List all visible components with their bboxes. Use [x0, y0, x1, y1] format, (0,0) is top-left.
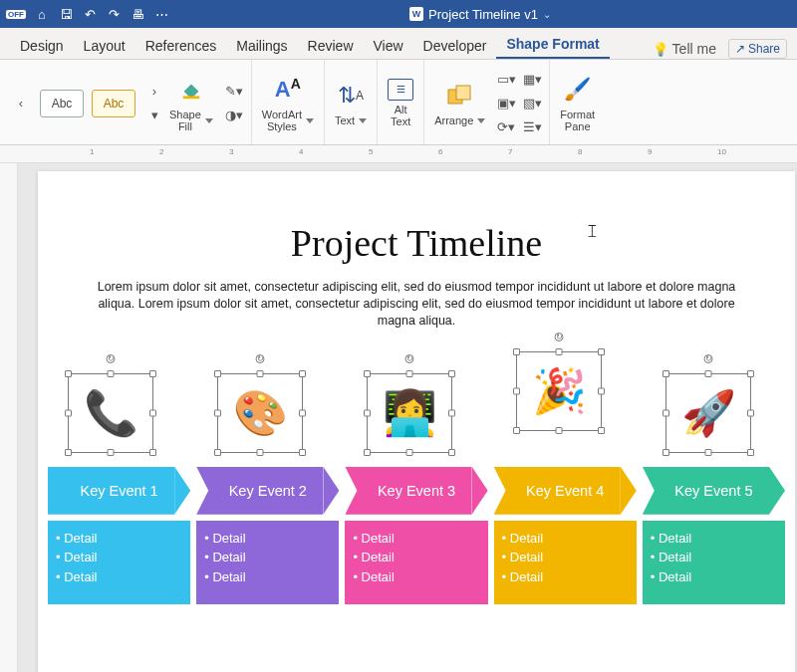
resize-handle[interactable] [149, 449, 156, 456]
resize-handle[interactable] [214, 449, 221, 456]
timeline-details-5[interactable]: DetailDetailDetail [643, 521, 785, 605]
timeline-emoji-shape-5[interactable]: 🚀 [665, 373, 751, 453]
tellme-icon[interactable]: 💡 [653, 42, 668, 57]
timeline-arrow-4[interactable]: Key Event 4 [494, 467, 637, 515]
autosave-badge[interactable]: OFF [6, 10, 26, 19]
timeline-details-4[interactable]: DetailDetailDetail [494, 521, 637, 605]
gallery-expand-icon[interactable]: ▾ [143, 105, 165, 126]
resize-handle[interactable] [513, 387, 520, 394]
resize-handle[interactable] [65, 370, 72, 377]
vertical-ruler[interactable] [0, 163, 18, 672]
shape-style-preset-1[interactable]: Abc [36, 90, 88, 117]
tab-mailings[interactable]: Mailings [226, 32, 297, 59]
resize-handle[interactable] [406, 370, 413, 377]
document-title[interactable]: Project Timeline v1 [428, 7, 538, 22]
page-title[interactable]: Project Timeline [48, 221, 785, 265]
resize-handle[interactable] [214, 409, 221, 416]
timeline-arrow-5[interactable]: Key Event 5 [643, 467, 785, 515]
bring-forward-icon[interactable]: ▦▾ [521, 69, 543, 91]
resize-handle[interactable] [149, 409, 156, 416]
horizontal-ruler[interactable]: 1 2 3 4 5 6 7 8 9 10 [0, 145, 797, 163]
arrange-button[interactable]: Arrange [430, 80, 489, 126]
group-objects-icon[interactable]: ▣▾ [495, 93, 517, 114]
rotate-handle-icon[interactable] [405, 354, 414, 363]
rotate-handle-icon[interactable] [256, 354, 265, 363]
resize-handle[interactable] [513, 427, 520, 434]
timeline-emoji-shape-3[interactable]: 👩‍💻 [367, 373, 452, 453]
document-canvas[interactable]: 𝙸 Project Timeline Lorem ipsum dolor sit… [18, 163, 797, 672]
resize-handle[interactable] [65, 409, 72, 416]
resize-handle[interactable] [364, 370, 371, 377]
resize-handle[interactable] [663, 409, 669, 416]
resize-handle[interactable] [257, 370, 264, 377]
resize-handle[interactable] [663, 449, 669, 456]
send-backward-icon[interactable]: ▧▾ [521, 93, 543, 114]
resize-handle[interactable] [598, 387, 605, 394]
share-button[interactable]: ↗ Share [728, 39, 787, 59]
resize-handle[interactable] [448, 409, 455, 416]
selection-pane-icon[interactable]: ☰▾ [521, 116, 543, 138]
resize-handle[interactable] [257, 449, 264, 456]
resize-handle[interactable] [364, 409, 371, 416]
alt-text-button[interactable]: ☰ Alt Text [384, 79, 417, 127]
redo-icon[interactable]: ↷ [106, 6, 122, 22]
resize-handle[interactable] [705, 449, 712, 456]
tab-view[interactable]: View [364, 32, 413, 59]
timeline-arrow-2[interactable]: Key Event 2 [196, 467, 339, 515]
resize-handle[interactable] [108, 449, 115, 456]
resize-handle[interactable] [598, 427, 605, 434]
print-icon[interactable]: 🖶 [130, 6, 145, 22]
resize-handle[interactable] [406, 449, 413, 456]
undo-icon[interactable]: ↶ [82, 6, 98, 22]
resize-handle[interactable] [705, 370, 712, 377]
resize-handle[interactable] [747, 409, 754, 416]
shape-fill-button[interactable]: Shape Fill [165, 74, 217, 132]
resize-handle[interactable] [364, 449, 371, 456]
timeline-emoji-shape-4[interactable]: 🎉 [516, 351, 602, 431]
resize-handle[interactable] [299, 449, 306, 456]
home-icon[interactable]: ⌂ [34, 6, 50, 22]
gallery-left-icon[interactable]: ‹ [10, 93, 32, 114]
tab-review[interactable]: Review [298, 32, 364, 59]
tab-layout[interactable]: Layout [74, 32, 135, 59]
timeline-details-1[interactable]: DetailDetailDetail [48, 521, 190, 605]
timeline-emoji-shape-2[interactable]: 🎨 [217, 373, 303, 453]
resize-handle[interactable] [556, 348, 563, 355]
resize-handle[interactable] [598, 348, 605, 355]
more-icon[interactable]: ⋯ [153, 6, 169, 22]
shape-outline-icon[interactable]: ✎▾ [223, 81, 245, 103]
rotate-icon[interactable]: ⟳▾ [495, 116, 517, 138]
timeline-details-2[interactable]: DetailDetailDetail [196, 521, 339, 605]
gallery-right-icon[interactable]: › [143, 81, 165, 103]
tellme-label[interactable]: Tell me [672, 41, 716, 57]
resize-handle[interactable] [149, 370, 156, 377]
timeline-arrow-1[interactable]: Key Event 1 [48, 467, 190, 515]
resize-handle[interactable] [448, 449, 455, 456]
timeline-emoji-shape-1[interactable]: 📞 [68, 373, 153, 453]
shape-style-preset-2[interactable]: Abc [88, 90, 139, 117]
resize-handle[interactable] [556, 427, 563, 434]
text-button[interactable]: ⇅A Text [331, 80, 371, 126]
timeline-details-3[interactable]: DetailDetailDetail [345, 521, 487, 605]
resize-handle[interactable] [448, 370, 455, 377]
page[interactable]: 𝙸 Project Timeline Lorem ipsum dolor sit… [38, 171, 795, 672]
rotate-handle-icon[interactable] [704, 354, 713, 363]
rotate-handle-icon[interactable] [107, 354, 116, 363]
align-icon[interactable]: ▭▾ [495, 69, 517, 91]
tab-design[interactable]: Design [10, 32, 74, 59]
shape-effects-icon[interactable]: ◑▾ [223, 105, 245, 126]
wordart-button[interactable]: AA WordArt Styles [258, 74, 318, 132]
resize-handle[interactable] [747, 370, 754, 377]
rotate-handle-icon[interactable] [555, 333, 564, 341]
resize-handle[interactable] [513, 348, 520, 355]
resize-handle[interactable] [214, 370, 221, 377]
save-icon[interactable]: 🖫 [58, 6, 74, 22]
timeline-arrow-3[interactable]: Key Event 3 [345, 467, 487, 515]
resize-handle[interactable] [299, 370, 306, 377]
tab-references[interactable]: References [135, 32, 227, 59]
tab-shape-format[interactable]: Shape Format [496, 30, 609, 59]
resize-handle[interactable] [108, 370, 115, 377]
tab-developer[interactable]: Developer [413, 32, 497, 59]
format-pane-button[interactable]: 🖌️ Format Pane [556, 74, 599, 132]
page-body-text[interactable]: Lorem ipsum dolor sit amet, consectetur … [78, 279, 755, 330]
